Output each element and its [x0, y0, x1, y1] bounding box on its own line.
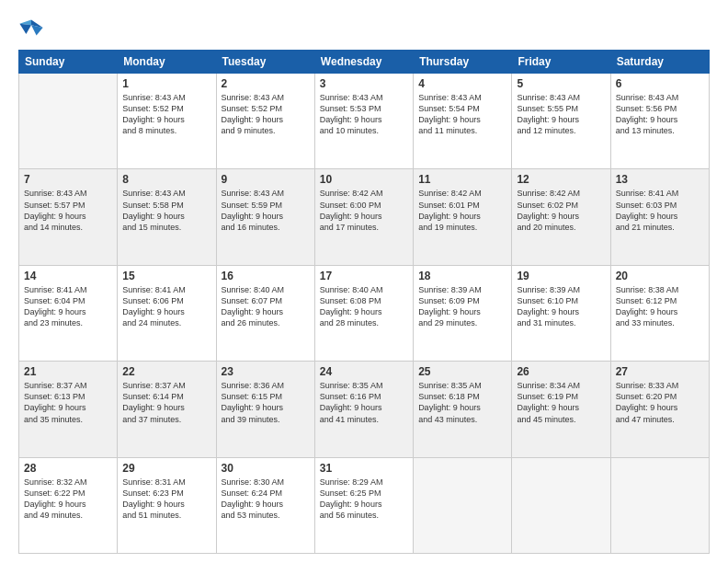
- calendar-table: SundayMondayTuesdayWednesdayThursdayFrid…: [18, 50, 710, 554]
- calendar-day-cell: 10Sunrise: 8:42 AM Sunset: 6:00 PM Dayli…: [314, 169, 413, 265]
- day-info: Sunrise: 8:43 AM Sunset: 5:53 PM Dayligh…: [320, 92, 408, 137]
- calendar-day-cell: 13Sunrise: 8:41 AM Sunset: 6:03 PM Dayli…: [610, 169, 709, 265]
- calendar-day-cell: 25Sunrise: 8:35 AM Sunset: 6:18 PM Dayli…: [414, 362, 512, 457]
- day-number: 16: [222, 270, 310, 282]
- calendar-day-cell: 5Sunrise: 8:43 AM Sunset: 5:55 PM Daylig…: [512, 74, 610, 169]
- calendar-day-cell: 29Sunrise: 8:31 AM Sunset: 6:23 PM Dayli…: [118, 457, 216, 553]
- day-info: Sunrise: 8:39 AM Sunset: 6:10 PM Dayligh…: [517, 284, 605, 329]
- day-number: 4: [418, 77, 506, 90]
- day-info: Sunrise: 8:43 AM Sunset: 5:59 PM Dayligh…: [222, 188, 310, 233]
- calendar-day-header: Thursday: [414, 51, 512, 74]
- day-number: 12: [517, 173, 605, 186]
- day-info: Sunrise: 8:35 AM Sunset: 6:18 PM Dayligh…: [418, 380, 506, 425]
- calendar-week-row: 1Sunrise: 8:43 AM Sunset: 5:52 PM Daylig…: [19, 74, 710, 169]
- calendar-day-header: Wednesday: [314, 51, 413, 74]
- calendar-day-header: Friday: [512, 51, 610, 74]
- page: SundayMondayTuesdayWednesdayThursdayFrid…: [0, 0, 728, 563]
- calendar-day-cell: 27Sunrise: 8:33 AM Sunset: 6:20 PM Dayli…: [610, 362, 709, 457]
- day-info: Sunrise: 8:42 AM Sunset: 6:01 PM Dayligh…: [418, 188, 506, 233]
- calendar-week-row: 21Sunrise: 8:37 AM Sunset: 6:13 PM Dayli…: [19, 362, 710, 457]
- day-info: Sunrise: 8:34 AM Sunset: 6:19 PM Dayligh…: [517, 380, 605, 425]
- day-number: 31: [320, 462, 408, 475]
- logo-icon: [18, 15, 44, 40]
- calendar-day-cell: 28Sunrise: 8:32 AM Sunset: 6:22 PM Dayli…: [19, 457, 118, 553]
- day-info: Sunrise: 8:30 AM Sunset: 6:24 PM Dayligh…: [222, 477, 310, 522]
- day-info: Sunrise: 8:31 AM Sunset: 6:23 PM Dayligh…: [122, 477, 210, 522]
- day-number: 13: [616, 173, 704, 186]
- calendar-day-cell: 2Sunrise: 8:43 AM Sunset: 5:52 PM Daylig…: [216, 74, 314, 169]
- calendar-day-cell: 4Sunrise: 8:43 AM Sunset: 5:54 PM Daylig…: [414, 74, 512, 169]
- day-number: 10: [320, 173, 408, 186]
- day-number: 29: [122, 462, 210, 475]
- day-number: 28: [24, 462, 112, 475]
- calendar-day-cell: [610, 457, 709, 553]
- calendar-day-cell: 6Sunrise: 8:43 AM Sunset: 5:56 PM Daylig…: [610, 74, 709, 169]
- day-number: 6: [616, 77, 704, 90]
- calendar-day-cell: 8Sunrise: 8:43 AM Sunset: 5:58 PM Daylig…: [118, 169, 216, 265]
- calendar-day-cell: 1Sunrise: 8:43 AM Sunset: 5:52 PM Daylig…: [118, 74, 216, 169]
- day-info: Sunrise: 8:37 AM Sunset: 6:13 PM Dayligh…: [24, 380, 112, 425]
- day-number: 2: [222, 77, 310, 90]
- calendar-day-header: Saturday: [610, 51, 709, 74]
- day-info: Sunrise: 8:32 AM Sunset: 6:22 PM Dayligh…: [24, 477, 112, 522]
- day-number: 19: [517, 270, 605, 282]
- day-number: 30: [222, 462, 310, 475]
- day-info: Sunrise: 8:29 AM Sunset: 6:25 PM Dayligh…: [320, 477, 408, 522]
- day-info: Sunrise: 8:43 AM Sunset: 5:52 PM Dayligh…: [222, 92, 310, 137]
- day-number: 18: [418, 270, 506, 282]
- day-number: 1: [122, 77, 210, 90]
- calendar-day-cell: 9Sunrise: 8:43 AM Sunset: 5:59 PM Daylig…: [216, 169, 314, 265]
- calendar-day-cell: 16Sunrise: 8:40 AM Sunset: 6:07 PM Dayli…: [216, 265, 314, 361]
- day-number: 15: [122, 270, 210, 282]
- calendar-day-cell: 24Sunrise: 8:35 AM Sunset: 6:16 PM Dayli…: [314, 362, 413, 457]
- day-info: Sunrise: 8:43 AM Sunset: 5:54 PM Dayligh…: [418, 92, 506, 137]
- day-number: 7: [24, 173, 112, 186]
- svg-marker-3: [19, 24, 31, 34]
- day-number: 21: [24, 365, 112, 378]
- day-number: 11: [418, 173, 506, 186]
- calendar-day-cell: 3Sunrise: 8:43 AM Sunset: 5:53 PM Daylig…: [314, 74, 413, 169]
- calendar-day-cell: 7Sunrise: 8:43 AM Sunset: 5:57 PM Daylig…: [19, 169, 118, 265]
- day-info: Sunrise: 8:33 AM Sunset: 6:20 PM Dayligh…: [616, 380, 704, 425]
- day-info: Sunrise: 8:43 AM Sunset: 5:57 PM Dayligh…: [24, 188, 112, 233]
- day-info: Sunrise: 8:43 AM Sunset: 5:56 PM Dayligh…: [616, 92, 704, 137]
- day-number: 5: [517, 77, 605, 90]
- logo: [18, 15, 48, 40]
- calendar-day-cell: 20Sunrise: 8:38 AM Sunset: 6:12 PM Dayli…: [610, 265, 709, 361]
- header: [18, 15, 710, 40]
- day-number: 8: [122, 173, 210, 186]
- calendar-day-cell: [19, 74, 118, 169]
- day-info: Sunrise: 8:42 AM Sunset: 6:02 PM Dayligh…: [517, 188, 605, 233]
- day-number: 24: [320, 365, 408, 378]
- day-number: 20: [616, 270, 704, 282]
- calendar-day-cell: 22Sunrise: 8:37 AM Sunset: 6:14 PM Dayli…: [118, 362, 216, 457]
- calendar-day-cell: 17Sunrise: 8:40 AM Sunset: 6:08 PM Dayli…: [314, 265, 413, 361]
- day-number: 27: [616, 365, 704, 378]
- day-info: Sunrise: 8:41 AM Sunset: 6:06 PM Dayligh…: [122, 284, 210, 329]
- day-info: Sunrise: 8:38 AM Sunset: 6:12 PM Dayligh…: [616, 284, 704, 329]
- day-info: Sunrise: 8:41 AM Sunset: 6:04 PM Dayligh…: [24, 284, 112, 329]
- calendar-day-header: Tuesday: [216, 51, 314, 74]
- calendar-day-header: Monday: [118, 51, 216, 74]
- day-number: 17: [320, 270, 408, 282]
- day-number: 9: [222, 173, 310, 186]
- calendar-day-cell: 15Sunrise: 8:41 AM Sunset: 6:06 PM Dayli…: [118, 265, 216, 361]
- day-info: Sunrise: 8:43 AM Sunset: 5:55 PM Dayligh…: [517, 92, 605, 137]
- day-number: 14: [24, 270, 112, 282]
- calendar-day-cell: [414, 457, 512, 553]
- day-number: 3: [320, 77, 408, 90]
- calendar-day-cell: 18Sunrise: 8:39 AM Sunset: 6:09 PM Dayli…: [414, 265, 512, 361]
- day-info: Sunrise: 8:36 AM Sunset: 6:15 PM Dayligh…: [222, 380, 310, 425]
- day-number: 26: [517, 365, 605, 378]
- calendar-day-cell: 26Sunrise: 8:34 AM Sunset: 6:19 PM Dayli…: [512, 362, 610, 457]
- day-info: Sunrise: 8:43 AM Sunset: 5:58 PM Dayligh…: [122, 188, 210, 233]
- calendar-day-cell: 21Sunrise: 8:37 AM Sunset: 6:13 PM Dayli…: [19, 362, 118, 457]
- day-number: 23: [222, 365, 310, 378]
- calendar-day-cell: 19Sunrise: 8:39 AM Sunset: 6:10 PM Dayli…: [512, 265, 610, 361]
- calendar-week-row: 28Sunrise: 8:32 AM Sunset: 6:22 PM Dayli…: [19, 457, 710, 553]
- calendar-day-cell: 14Sunrise: 8:41 AM Sunset: 6:04 PM Dayli…: [19, 265, 118, 361]
- day-info: Sunrise: 8:40 AM Sunset: 6:08 PM Dayligh…: [320, 284, 408, 329]
- day-info: Sunrise: 8:41 AM Sunset: 6:03 PM Dayligh…: [616, 188, 704, 233]
- calendar-day-cell: 31Sunrise: 8:29 AM Sunset: 6:25 PM Dayli…: [314, 457, 413, 553]
- calendar-day-cell: 23Sunrise: 8:36 AM Sunset: 6:15 PM Dayli…: [216, 362, 314, 457]
